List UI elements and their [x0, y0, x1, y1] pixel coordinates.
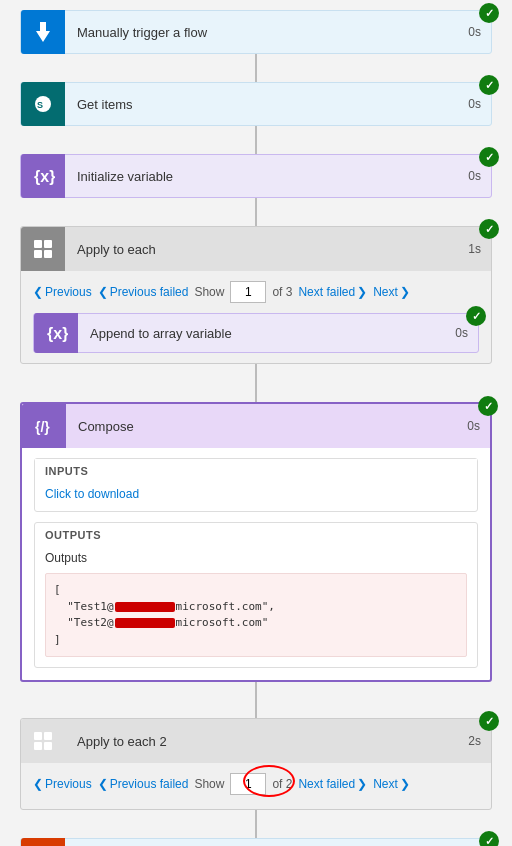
getitems-step[interactable]: S Get items 0s [20, 82, 492, 126]
append-step[interactable]: {x} Append to array variable 0s [33, 313, 479, 353]
svg-rect-3 [34, 240, 42, 248]
outputs-title: OUTPUTS [35, 523, 477, 547]
flow-container: Manually trigger a flow 0s S Get items 0… [0, 0, 512, 846]
apply-duration: 1s [458, 242, 491, 256]
compose-container: {/} Compose 0s INPUTS Click to download … [20, 402, 492, 682]
apply-icon [21, 227, 65, 271]
show-label: Show [194, 285, 224, 299]
connector-6 [255, 682, 257, 710]
append-check [466, 306, 486, 326]
append-duration: 0s [445, 326, 478, 340]
svg-rect-12 [44, 742, 52, 750]
compose-label: Compose [66, 419, 457, 434]
trigger-check [479, 3, 499, 23]
apply2-icon [21, 719, 65, 763]
initvar-step[interactable]: {x} Initialize variable 0s [20, 154, 492, 198]
next-failed-button-2[interactable]: Next failed ❯ [298, 777, 367, 791]
connector-2 [255, 126, 257, 154]
svg-rect-4 [44, 240, 52, 248]
apply2-label: Apply to each 2 [65, 734, 458, 749]
compose-header[interactable]: {/} Compose 0s [22, 404, 490, 448]
sendemail-step[interactable]: Send an email 1s [20, 838, 492, 846]
prev-failed-button[interactable]: ❮ Previous failed [98, 285, 189, 299]
inputs-section: INPUTS Click to download [34, 458, 478, 512]
connector-8 [255, 810, 257, 838]
apply-each2-container: Apply to each 2 2s ❮ Previous ❮ Previous… [20, 718, 492, 810]
next-button-2[interactable]: Next ❯ [373, 777, 410, 791]
page-input-2[interactable] [230, 773, 266, 795]
inputs-title: INPUTS [35, 459, 477, 483]
getitems-check [479, 75, 499, 95]
initvar-check [479, 147, 499, 167]
next-failed-button[interactable]: Next failed ❯ [298, 285, 367, 299]
trigger-step[interactable]: Manually trigger a flow 0s [20, 10, 492, 54]
initvar-label: Initialize variable [65, 169, 458, 184]
connector-1 [255, 54, 257, 82]
total-pages-1: of 3 [272, 285, 292, 299]
svg-rect-11 [34, 742, 42, 750]
getitems-label: Get items [65, 97, 458, 112]
outputs-label: Outputs [35, 547, 477, 569]
total-pages-2: of 2 [272, 777, 292, 791]
trigger-label: Manually trigger a flow [65, 25, 458, 40]
svg-text:S: S [37, 100, 43, 110]
click-to-download[interactable]: Click to download [35, 483, 477, 511]
compose-body: INPUTS Click to download OUTPUTS Outputs… [22, 458, 490, 668]
append-icon: {x} [34, 313, 78, 353]
svg-rect-10 [44, 732, 52, 740]
connector-3 [255, 198, 257, 226]
prev-failed-button-2[interactable]: ❮ Previous failed [98, 777, 189, 791]
svg-rect-5 [34, 250, 42, 258]
compose-check [478, 396, 498, 416]
getitems-duration: 0s [458, 97, 491, 111]
apply-each-header[interactable]: Apply to each 1s [21, 227, 491, 271]
apply-body: ❮ Previous ❮ Previous failed Show of 3 N… [21, 271, 491, 363]
append-label: Append to array variable [78, 326, 445, 341]
sharepoint-icon: S [21, 82, 65, 126]
apply2-check [479, 711, 499, 731]
inner-step-container: {x} Append to array variable 0s [33, 313, 479, 353]
email-icon [21, 838, 65, 846]
compose-duration: 0s [457, 419, 490, 433]
trigger-icon [21, 10, 65, 54]
svg-rect-9 [34, 732, 42, 740]
page-input-1[interactable] [230, 281, 266, 303]
redacted-2 [115, 618, 175, 628]
svg-text:{x}: {x} [34, 168, 55, 185]
next-button-1[interactable]: Next ❯ [373, 285, 410, 299]
prev-button[interactable]: ❮ Previous [33, 285, 92, 299]
sendemail-check [479, 831, 499, 846]
apply-label: Apply to each [65, 242, 458, 257]
compose-icon: {/} [22, 404, 66, 448]
connector-4 [255, 364, 257, 392]
connector-7 [255, 710, 257, 718]
pagination-bar-2: ❮ Previous ❮ Previous failed Show of 2 N… [33, 769, 479, 799]
prev-button-2[interactable]: ❮ Previous [33, 777, 92, 791]
svg-rect-6 [44, 250, 52, 258]
apply2-body: ❮ Previous ❮ Previous failed Show of 2 N… [21, 763, 491, 809]
svg-text:{x}: {x} [47, 325, 68, 342]
apply-each-container: Apply to each 1s ❮ Previous ❮ Previous f… [20, 226, 492, 364]
svg-text:{/}: {/} [35, 419, 50, 435]
initvar-duration: 0s [458, 169, 491, 183]
apply-each2-header[interactable]: Apply to each 2 2s [21, 719, 491, 763]
variable-icon: {x} [21, 154, 65, 198]
outputs-section: OUTPUTS Outputs [ "Test1@microsoft.com",… [34, 522, 478, 668]
show-label-2: Show [194, 777, 224, 791]
pagination-bar-1: ❮ Previous ❮ Previous failed Show of 3 N… [33, 277, 479, 307]
outputs-code: [ "Test1@microsoft.com", "Test2@microsof… [45, 573, 467, 657]
apply-check [479, 219, 499, 239]
connector-5 [255, 392, 257, 402]
apply2-duration: 2s [458, 734, 491, 748]
trigger-duration: 0s [458, 25, 491, 39]
redacted-1 [115, 602, 175, 612]
